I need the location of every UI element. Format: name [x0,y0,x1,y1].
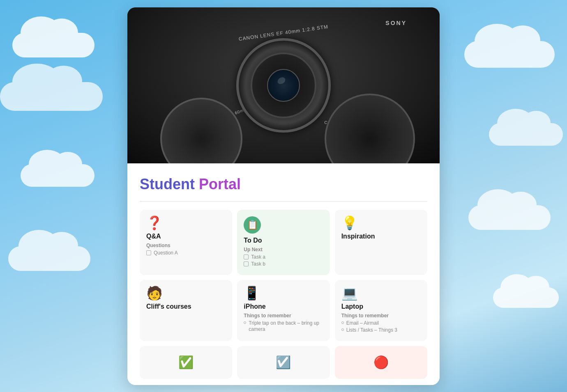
page-title: Student Portal [140,176,427,193]
bottom-icon-3: 🔴 [373,355,389,369]
camera-background: SONY CANON LENS EF 40mm 1:2.8 STM CANON_… [127,7,440,163]
card-inspiration[interactable]: 💡 Inspiration [335,210,427,275]
cloud-7 [468,205,551,230]
card-iphone-title: iPhone [244,303,323,310]
content-area: Student Portal ❓ Q&A Questions Question … [127,163,440,385]
card-inspiration-title: Inspiration [341,233,421,240]
laptop-bullet-2 [341,328,344,331]
card-qa[interactable]: ❓ Q&A Questions Question A [140,210,232,275]
cloud-6 [489,123,563,146]
card-laptop-title: Laptop [341,303,421,310]
card-todo-item-2: Task b [244,261,323,268]
title-student: Student [140,176,195,193]
main-card: SONY CANON LENS EF 40mm 1:2.8 STM CANON_… [127,7,440,385]
lens-main [236,38,331,133]
card-bottom-2[interactable]: ☑️ [237,346,330,379]
lens-bottom-left [160,98,242,163]
card-todo-title: To Do [244,237,323,244]
card-cliffs-icon: 🧑 [146,287,226,300]
card-iphone-icon: 📱 [244,287,323,300]
card-todo[interactable]: 📋 To Do Up Next Task a Task b [237,210,330,275]
cloud-8 [493,287,559,308]
card-iphone[interactable]: 📱 iPhone Things to remember Triple tap o… [237,280,330,341]
lens-bottom-right [325,94,415,163]
card-qa-subtitle: Questions [146,243,226,248]
sony-text: SONY [385,20,407,26]
card-laptop-item-2: Lists / Tasks – Things 3 [341,327,421,334]
card-laptop[interactable]: 💻 Laptop Things to remember Email – Airm… [335,280,427,341]
bottom-icon-1: ✅ [178,355,194,369]
bottom-icon-2: ☑️ [276,355,291,369]
card-cliffs-title: Cliff's courses [146,303,226,310]
cards-grid: ❓ Q&A Questions Question A 📋 To Do Up Ne… [140,210,427,341]
card-todo-icon: 📋 [244,216,261,234]
lens-inner [251,53,316,118]
lens-reflection [276,76,286,85]
laptop-bullet-1 [341,321,344,324]
hero-image: SONY CANON LENS EF 40mm 1:2.8 STM CANON_… [127,7,440,163]
cloud-3 [21,164,94,187]
cloud-4 [8,246,90,271]
todo-checkbox-1 [244,254,249,259]
title-divider [140,201,427,202]
card-laptop-icon: 💻 [341,287,421,300]
cloud-2 [0,82,103,111]
card-qa-item-1: Question A [146,250,226,257]
card-todo-subtitle: Up Next [244,247,323,252]
card-inspiration-icon: 💡 [341,216,421,229]
card-bottom-1[interactable]: ✅ [140,346,232,379]
card-qa-title: Q&A [146,233,226,240]
cloud-5 [464,41,555,68]
cloud-1 [12,33,94,57]
card-qa-icon: ❓ [146,216,226,229]
card-todo-item-1: Task a [244,254,323,261]
card-iphone-item-1: Triple tap on the back – bring up camera [244,320,323,333]
bottom-row: ✅ ☑️ 🔴 [140,346,427,379]
card-iphone-subtitle: Things to remember [244,313,323,319]
card-laptop-item-1: Email – Airmail [341,320,421,327]
title-portal: Portal [199,176,241,193]
todo-checkbox-2 [244,261,249,266]
card-bottom-3[interactable]: 🔴 [335,346,427,379]
qa-checkbox-1 [146,250,151,255]
lens-core [267,69,300,102]
iphone-bullet-1 [244,321,246,324]
card-laptop-subtitle: Things to remember [341,313,421,319]
card-cliffs-courses[interactable]: 🧑 Cliff's courses [140,280,232,341]
